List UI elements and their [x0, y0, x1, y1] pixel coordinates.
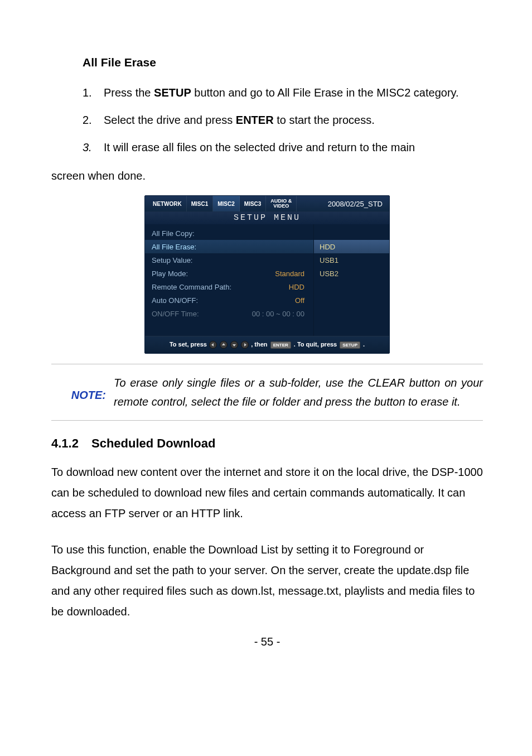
drive-options: HDD USB1 USB2: [313, 224, 389, 336]
steps-list: 1. Press the SETUP button and go to All …: [83, 83, 483, 131]
tab-misc1[interactable]: MISC1: [187, 196, 214, 211]
paragraph-1: To download new content over the interne…: [51, 462, 483, 524]
menu-title: SETUP MENU: [145, 211, 389, 224]
note-box: NOTE: To erase only single files or a su…: [51, 364, 483, 421]
step-text: Select the drive and press ENTER to star…: [104, 110, 483, 131]
step-number-3: 3.: [83, 137, 104, 158]
setup-menu-screenshot: NETWORK MISC1 MISC2 MISC3 AUDIO & VIDEO …: [144, 195, 390, 354]
left-arrow-icon: [209, 341, 217, 349]
section-title: Scheduled Download: [91, 436, 215, 450]
up-arrow-icon: [220, 341, 228, 349]
step-3-cont: screen when done.: [51, 166, 483, 186]
menu-body: All File Copy: All File Erase: Setup Val…: [145, 224, 389, 336]
note-label: NOTE:: [51, 373, 106, 411]
settings-list: All File Copy: All File Erase: Setup Val…: [145, 224, 313, 336]
option-usb2[interactable]: USB2: [314, 267, 389, 280]
option-blank: [314, 227, 389, 240]
note-body: To erase only single files or a sub-fold…: [106, 373, 483, 411]
row-auto-on-off[interactable]: Auto ON/OFF:Off: [145, 293, 313, 307]
step-text-3-start: It will erase all files on the selected …: [104, 137, 483, 158]
row-spacer: [145, 320, 313, 328]
setup-key-icon: SETUP: [340, 341, 360, 349]
step-1: 1. Press the SETUP button and go to All …: [83, 83, 483, 103]
row-all-file-copy[interactable]: All File Copy:: [145, 227, 313, 240]
document-page: All File Erase 1. Press the SETUP button…: [0, 0, 532, 671]
step-number: 2.: [83, 110, 104, 131]
option-usb1[interactable]: USB1: [314, 253, 389, 267]
down-arrow-icon: [230, 341, 238, 349]
row-setup-value[interactable]: Setup Value:: [145, 253, 313, 267]
row-play-mode[interactable]: Play Mode:Standard: [145, 267, 313, 280]
option-hdd[interactable]: HDD: [314, 240, 389, 253]
section-number: 4.1.2: [51, 436, 91, 451]
subheading-all-file-erase: All File Erase: [83, 56, 483, 69]
step-2: 2. Select the drive and press ENTER to s…: [83, 110, 483, 131]
page-number: - 55 -: [51, 635, 483, 648]
enter-key-icon: ENTER: [270, 341, 291, 349]
tab-bar: NETWORK MISC1 MISC2 MISC3 AUDIO & VIDEO …: [145, 196, 389, 211]
row-all-file-erase[interactable]: All File Erase:: [145, 240, 313, 253]
tab-network[interactable]: NETWORK: [148, 196, 187, 211]
datetime-label: 2008/02/25_STD: [328, 200, 386, 208]
section-heading: 4.1.2Scheduled Download: [51, 436, 483, 451]
step-number: 1.: [83, 83, 104, 103]
step-text: Press the SETUP button and go to All Fil…: [104, 83, 483, 103]
footer-hint: To set, press , then ENTER . To quit, pr…: [145, 336, 389, 353]
step-3-row: 3. It will erase all files on the select…: [51, 137, 483, 158]
tab-misc2[interactable]: MISC2: [213, 196, 240, 211]
tab-misc3[interactable]: MISC3: [240, 196, 267, 211]
row-on-off-time: ON/OFF Time:00 : 00 ~ 00 : 00: [145, 307, 313, 320]
paragraph-2: To use this function, enable the Downloa…: [51, 540, 483, 622]
row-remote-command-path[interactable]: Remote Command Path:HDD: [145, 280, 313, 293]
right-arrow-icon: [241, 341, 249, 349]
tab-audio-video[interactable]: AUDIO & VIDEO: [266, 196, 297, 211]
